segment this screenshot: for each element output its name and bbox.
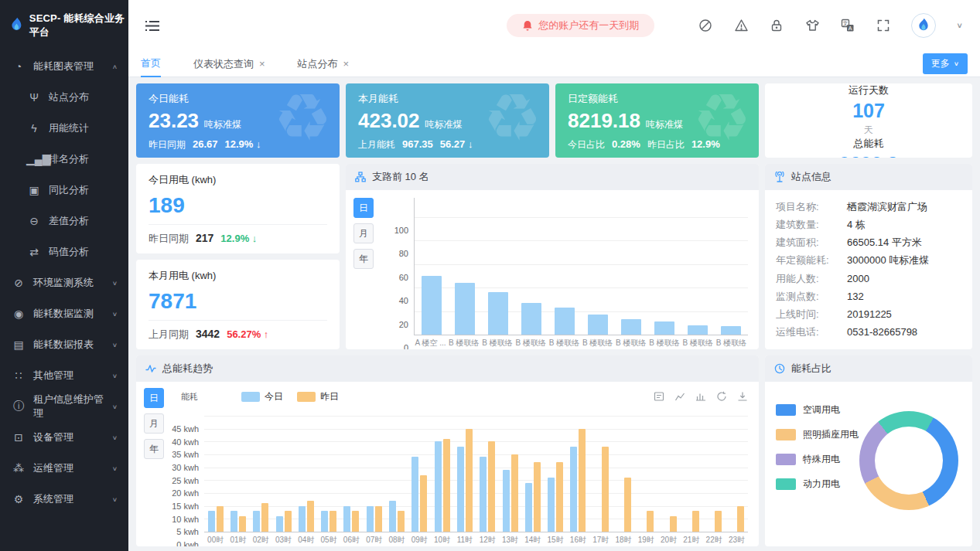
trend-bar-昨日[interactable]: [715, 511, 722, 532]
trend-bar-今日[interactable]: [548, 478, 555, 532]
trend-bar-昨日[interactable]: [375, 506, 382, 532]
trend-bar-昨日[interactable]: [398, 511, 405, 532]
collapse-menu-icon[interactable]: [145, 20, 159, 32]
trend-bar-今日[interactable]: [435, 441, 442, 532]
trend-bar-昨日[interactable]: [511, 454, 518, 532]
legend-item-今日[interactable]: 今日: [241, 390, 283, 403]
user-avatar[interactable]: [911, 13, 936, 38]
trend-bar-今日[interactable]: [503, 470, 510, 532]
trend-bar-昨日[interactable]: [647, 511, 654, 532]
lock-icon[interactable]: [769, 18, 784, 33]
branch-bar[interactable]: [621, 319, 641, 335]
trend-bar-昨日[interactable]: [443, 439, 450, 532]
legend-item-昨日[interactable]: 昨日: [297, 390, 339, 403]
sidebar-item-1[interactable]: ⊘环境监测系统∨: [0, 267, 128, 298]
refresh-icon[interactable]: [716, 391, 727, 402]
toggle-年[interactable]: 年: [144, 439, 164, 459]
sidebar-subitem-排名分析[interactable]: ▁▄▇排名分析: [0, 144, 128, 175]
toggle-日[interactable]: 日: [144, 388, 164, 408]
sidebar-item-0[interactable]: ◔能耗图表管理∧: [0, 51, 128, 82]
trend-bar-今日[interactable]: [276, 516, 283, 532]
trend-bar-昨日[interactable]: [420, 475, 427, 532]
account-expiry-alert[interactable]: 您的账户还有一天到期: [507, 14, 654, 37]
sidebar-subitem-码值分析[interactable]: ⇄码值分析: [0, 236, 128, 267]
branch-bar[interactable]: [588, 315, 608, 335]
fullscreen-icon[interactable]: [876, 18, 891, 33]
trend-bar-昨日[interactable]: [737, 506, 744, 532]
trend-bar-昨日[interactable]: [579, 429, 586, 532]
trend-bar-昨日[interactable]: [692, 511, 699, 532]
trend-bar-昨日[interactable]: [285, 511, 292, 532]
donut-legend-item-空调用电[interactable]: 空调用电: [776, 403, 859, 417]
trend-bar-昨日[interactable]: [556, 462, 563, 532]
trend-bar-今日[interactable]: [343, 506, 350, 532]
trend-bar-今日[interactable]: [321, 511, 328, 532]
toggle-月[interactable]: 月: [144, 413, 164, 434]
trend-bar-今日[interactable]: [253, 511, 260, 532]
branch-bar[interactable]: [555, 308, 575, 335]
branch-bar[interactable]: [721, 326, 741, 335]
sidebar-item-5[interactable]: ⓘ租户信息维护管理∨: [0, 391, 128, 422]
trend-bar-昨日[interactable]: [307, 501, 314, 532]
sidebar-subitem-差值分析[interactable]: ⊖差值分析: [0, 206, 128, 236]
toggle-年[interactable]: 年: [353, 249, 374, 269]
more-button[interactable]: 更多 ∨: [923, 53, 968, 74]
trend-bar-今日[interactable]: [570, 447, 577, 532]
branch-bar[interactable]: [688, 325, 708, 335]
trend-bar-昨日[interactable]: [330, 511, 336, 532]
line-chart-icon[interactable]: [674, 391, 685, 402]
theme-icon[interactable]: [698, 18, 713, 33]
trend-bar-今日[interactable]: [457, 447, 464, 532]
sidebar-item-2[interactable]: ◉能耗数据监测∨: [0, 298, 128, 329]
sidebar-item-4[interactable]: ∷其他管理∨: [0, 360, 128, 391]
sidebar-item-7[interactable]: ⁂运维管理∨: [0, 453, 128, 484]
trend-bar-今日[interactable]: [525, 483, 532, 532]
trend-bar-今日[interactable]: [208, 511, 215, 532]
branch-bar[interactable]: [654, 321, 674, 335]
tab-1[interactable]: 仪表状态查询×: [193, 51, 265, 77]
trend-bar-今日[interactable]: [411, 457, 418, 532]
sidebar-subitem-用能统计[interactable]: ϟ用能统计: [0, 113, 128, 144]
branch-bar[interactable]: [488, 292, 508, 335]
trend-bar-昨日[interactable]: [239, 516, 246, 532]
user-menu-caret-icon[interactable]: ∨: [956, 21, 963, 29]
data-view-icon[interactable]: [654, 391, 664, 402]
toggle-月[interactable]: 月: [353, 223, 374, 243]
trend-bar-昨日[interactable]: [602, 447, 609, 532]
trend-bar-昨日[interactable]: [670, 516, 677, 532]
trend-bar-今日[interactable]: [230, 511, 237, 532]
sidebar-subitem-站点分布[interactable]: Ψ站点分布: [0, 82, 128, 113]
skin-icon[interactable]: [804, 18, 820, 33]
bar-chart-icon[interactable]: [695, 391, 706, 402]
trend-bar-今日[interactable]: [480, 457, 487, 532]
trend-bar-昨日[interactable]: [488, 441, 495, 532]
warning-icon[interactable]: [733, 18, 749, 33]
tab-close-icon[interactable]: ×: [259, 58, 265, 70]
trend-bar-昨日[interactable]: [261, 503, 268, 532]
donut-legend-item-特殊用电[interactable]: 特殊用电: [776, 453, 859, 466]
trend-bar-今日[interactable]: [299, 506, 306, 532]
sidebar-item-8[interactable]: ⚙系统管理∨: [0, 484, 128, 515]
energy-share-donut[interactable]: [859, 411, 958, 510]
trend-bar-昨日[interactable]: [534, 462, 541, 532]
sidebar-item-3[interactable]: ▤能耗数据报表∨: [0, 329, 128, 360]
sidebar-item-6[interactable]: ⊡设备管理∨: [0, 422, 128, 453]
branch-bar[interactable]: [422, 276, 442, 335]
trend-bar-昨日[interactable]: [624, 478, 631, 532]
donut-legend-item-动力用电[interactable]: 动力用电: [776, 478, 859, 491]
branch-bar[interactable]: [455, 283, 475, 335]
donut-legend-item-照明插座用电[interactable]: 照明插座用电: [776, 428, 859, 441]
tab-close-icon[interactable]: ×: [343, 58, 350, 70]
trend-bar-昨日[interactable]: [352, 511, 359, 532]
branch-bar[interactable]: [521, 303, 541, 335]
tab-2[interactable]: 站点分布×: [298, 51, 350, 77]
download-icon[interactable]: [737, 391, 748, 402]
sidebar-subitem-同比分析[interactable]: ▣同比分析: [0, 175, 128, 206]
trend-bar-今日[interactable]: [367, 506, 374, 532]
trend-bar-今日[interactable]: [389, 501, 396, 532]
language-icon[interactable]: A 文: [840, 18, 855, 33]
trend-bar-昨日[interactable]: [466, 429, 473, 532]
tab-0[interactable]: 首页: [141, 51, 161, 77]
toggle-日[interactable]: 日: [353, 198, 374, 218]
trend-bar-昨日[interactable]: [217, 506, 224, 532]
